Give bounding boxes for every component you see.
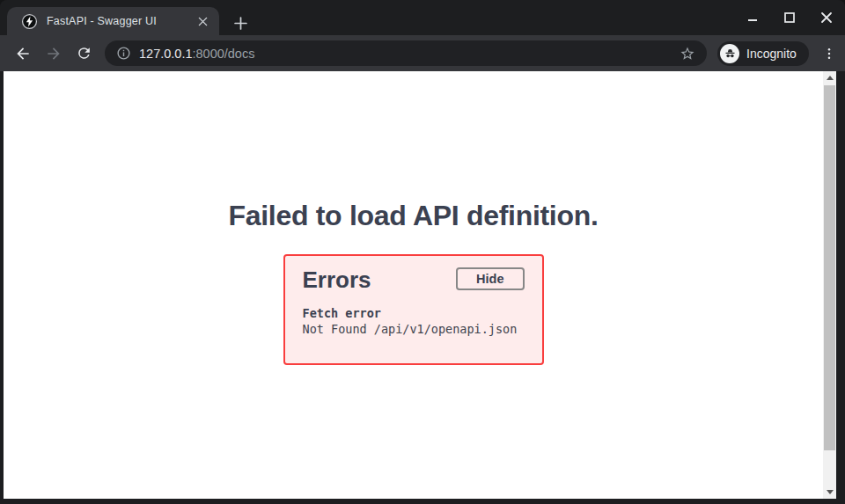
- hide-button[interactable]: Hide: [456, 267, 524, 290]
- tab-title: FastAPI - Swagger UI: [47, 15, 195, 27]
- new-tab-button[interactable]: [230, 12, 251, 33]
- url-text: 127.0.0.1:8000/docs: [139, 47, 677, 61]
- forward-button[interactable]: [41, 41, 66, 66]
- browser-window: FastAPI - Swagger UI: [0, 0, 845, 504]
- page-content: Failed to load API definition. Errors Hi…: [4, 71, 836, 499]
- maximize-button[interactable]: [778, 6, 801, 29]
- browser-toolbar: 127.0.0.1:8000/docs Incognito: [0, 35, 845, 71]
- page-title: Failed to load API definition.: [4, 200, 823, 232]
- tab-close-icon[interactable]: [195, 13, 210, 29]
- error-type: Fetch error: [303, 306, 381, 320]
- errors-panel: Errors Hide Fetch error Not Found /api/v…: [283, 254, 544, 365]
- tab-strip: FastAPI - Swagger UI: [0, 0, 845, 35]
- errors-title: Errors: [303, 267, 371, 294]
- scroll-up-icon: [827, 76, 834, 80]
- scrollbar-down-button[interactable]: [823, 486, 836, 499]
- fastapi-favicon-icon: [21, 13, 38, 30]
- site-info-icon[interactable]: [114, 44, 133, 63]
- incognito-badge: Incognito: [717, 41, 809, 66]
- scrollbar: [823, 71, 836, 499]
- minimize-button[interactable]: [741, 6, 764, 29]
- close-button[interactable]: [815, 6, 838, 29]
- back-button[interactable]: [11, 41, 35, 66]
- incognito-label: Incognito: [746, 47, 797, 61]
- browser-tab[interactable]: FastAPI - Swagger UI: [7, 7, 219, 35]
- url-host: 127.0.0.1: [139, 47, 192, 61]
- menu-icon[interactable]: [818, 42, 841, 65]
- scrollbar-thumb[interactable]: [824, 85, 835, 450]
- url-path: :8000/docs: [192, 47, 254, 61]
- incognito-icon: [720, 44, 739, 63]
- address-bar[interactable]: 127.0.0.1:8000/docs: [105, 40, 707, 66]
- scrollbar-up-button[interactable]: [823, 71, 836, 84]
- error-message: Not Found /api/v1/openapi.json: [303, 322, 518, 336]
- reload-button[interactable]: [71, 41, 96, 66]
- window-controls: [741, 0, 838, 35]
- scroll-down-icon: [827, 490, 834, 494]
- bookmark-star-icon[interactable]: [677, 43, 698, 64]
